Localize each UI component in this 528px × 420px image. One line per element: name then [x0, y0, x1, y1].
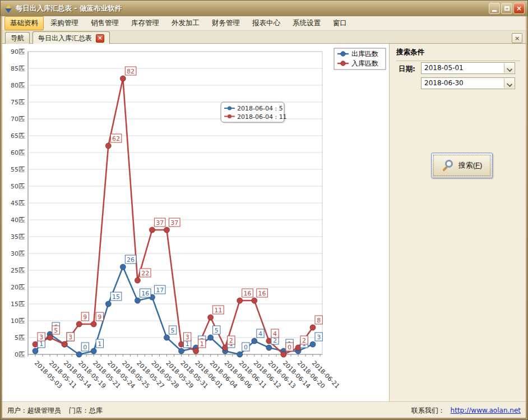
svg-text:0: 0 [288, 344, 291, 351]
app-logo-icon [4, 4, 13, 13]
date-from-dropdown-button[interactable] [504, 63, 514, 73]
svg-text:26: 26 [127, 256, 135, 264]
date-to-combobox[interactable]: 2018-06-30 [421, 77, 515, 89]
menu-item-6[interactable]: 报表中心 [247, 16, 286, 30]
menu-item-8[interactable]: 窗口 [327, 16, 353, 30]
svg-text:出库匹数: 出库匹数 [351, 50, 378, 58]
svg-text:10匹: 10匹 [11, 317, 25, 325]
close-icon: × [516, 4, 522, 12]
svg-text:5: 5 [171, 327, 175, 334]
svg-text:30匹: 30匹 [11, 250, 25, 257]
svg-text:75匹: 75匹 [11, 99, 25, 106]
svg-text:37: 37 [170, 219, 178, 227]
svg-text:15: 15 [112, 293, 120, 301]
svg-text:55匹: 55匹 [11, 166, 25, 173]
chart-tooltip: 2018-06-04 : 52018-06-04 : 11 [221, 102, 287, 123]
svg-text:16: 16 [258, 290, 266, 297]
titlebar: 每日出入库汇总表 - 做蓝布业软件 × [1, 1, 527, 16]
svg-text:2: 2 [229, 337, 233, 344]
svg-text:5: 5 [215, 327, 219, 334]
tab-1[interactable]: 每日出入库汇总表× [33, 31, 110, 44]
svg-text:15匹: 15匹 [11, 301, 25, 308]
svg-text:20匹: 20匹 [11, 284, 25, 291]
svg-text:5: 5 [54, 327, 58, 334]
svg-text:0: 0 [83, 344, 87, 351]
svg-text:17: 17 [156, 287, 164, 294]
minimize-icon [492, 10, 497, 12]
tab-label: 导航 [11, 34, 24, 43]
svg-text:2018-06-04 : 5: 2018-06-04 : 5 [237, 105, 283, 112]
svg-text:35匹: 35匹 [11, 233, 25, 241]
date-to-dropdown-button[interactable] [504, 79, 514, 88]
tab-0[interactable]: 导航 [5, 32, 30, 44]
svg-text:0: 0 [244, 344, 248, 351]
menu-item-2[interactable]: 销售管理 [85, 16, 124, 30]
menu-item-3[interactable]: 库存管理 [126, 16, 165, 30]
date-from-value: 2018-05-01 [424, 64, 464, 72]
svg-text:3: 3 [39, 334, 43, 341]
status-user-store: 用户：超级管理员 门店：总库 [7, 406, 103, 416]
svg-text:4: 4 [273, 330, 277, 338]
maximize-icon [504, 6, 510, 11]
menu-item-1[interactable]: 采购管理 [45, 16, 84, 30]
svg-text:90匹: 90匹 [11, 48, 25, 56]
svg-text:8: 8 [317, 317, 321, 324]
status-contact: 联系我们： http://www.aolan.net [411, 406, 521, 416]
svg-text:1: 1 [98, 340, 101, 348]
status-user: 用户：超级管理员 [7, 407, 61, 414]
chevron-down-icon [507, 81, 512, 87]
svg-text:25匹: 25匹 [11, 267, 25, 274]
close-button[interactable]: × [513, 3, 525, 14]
tab-bar: 导航每日出入库汇总表×× [2, 31, 526, 44]
svg-text:9: 9 [83, 313, 87, 321]
chart-canvas[interactable]: 0匹5匹10匹15匹20匹25匹30匹35匹40匹45匹50匹55匹60匹65匹… [2, 44, 390, 402]
svg-text:60匹: 60匹 [11, 149, 25, 156]
menu-item-5[interactable]: 财务管理 [206, 16, 246, 30]
search-button[interactable]: 搜索(F) [431, 153, 493, 178]
date-to-value: 2018-06-30 [424, 79, 464, 87]
search-panel: 搜索条件 日期: 2018-05-01 2018-06-30 搜索(F) [390, 44, 526, 402]
svg-text:3: 3 [317, 334, 321, 341]
tab-close-icon[interactable]: × [96, 34, 104, 43]
svg-text:3: 3 [186, 334, 189, 341]
menu-item-7[interactable]: 系统设置 [287, 16, 326, 30]
svg-text:9: 9 [98, 313, 101, 321]
svg-text:82: 82 [127, 68, 135, 75]
maximize-button[interactable] [501, 3, 512, 14]
search-panel-title: 搜索条件 [396, 48, 520, 61]
svg-text:50匹: 50匹 [11, 183, 25, 190]
app-window: 每日出入库汇总表 - 做蓝布业软件 × 基础资料采购管理销售管理库存管理外发加工… [0, 0, 528, 420]
svg-text:22: 22 [141, 270, 149, 277]
menu-item-0[interactable]: 基础资料 [4, 16, 44, 30]
contact-link[interactable]: http://www.aolan.net [451, 407, 521, 414]
svg-text:入库匹数: 入库匹数 [351, 59, 378, 67]
svg-text:70匹: 70匹 [11, 116, 25, 123]
svg-text:85匹: 85匹 [11, 65, 25, 72]
window-title: 每日出入库汇总表 - 做蓝布业软件 [16, 4, 122, 13]
svg-text:3: 3 [68, 334, 72, 341]
svg-text:16: 16 [141, 290, 149, 297]
menu-item-4[interactable]: 外发加工 [166, 16, 205, 30]
tab-label: 每日出入库汇总表 [38, 34, 92, 43]
svg-text:11: 11 [214, 307, 222, 314]
date-from-combobox[interactable]: 2018-05-01 [421, 62, 515, 74]
chart-legend: 出库匹数入库匹数 [334, 48, 386, 70]
svg-text:80匹: 80匹 [11, 82, 25, 89]
chevron-down-icon [507, 66, 512, 72]
tabstrip-close-button[interactable]: × [512, 33, 522, 43]
svg-text:5匹: 5匹 [15, 334, 25, 341]
content-region: 0匹5匹10匹15匹20匹25匹30匹35匹40匹45匹50匹55匹60匹65匹… [2, 44, 526, 402]
svg-text:4: 4 [258, 330, 262, 338]
svg-text:0匹: 0匹 [15, 351, 25, 358]
date-label: 日期: [399, 64, 415, 74]
minimize-button[interactable] [489, 3, 500, 14]
svg-text:2018-06-04 : 11: 2018-06-04 : 11 [237, 113, 287, 121]
contact-label: 联系我们： [411, 407, 445, 414]
status-bar: 用户：超级管理员 门店：总库 联系我们： http://www.aolan.ne… [2, 401, 526, 418]
svg-text:62: 62 [112, 135, 120, 142]
svg-text:40匹: 40匹 [11, 216, 25, 224]
svg-text:2: 2 [302, 337, 306, 344]
svg-text:65匹: 65匹 [11, 132, 25, 140]
svg-text:16: 16 [244, 290, 252, 297]
menu-bar: 基础资料采购管理销售管理库存管理外发加工财务管理报表中心系统设置窗口 [2, 16, 526, 31]
